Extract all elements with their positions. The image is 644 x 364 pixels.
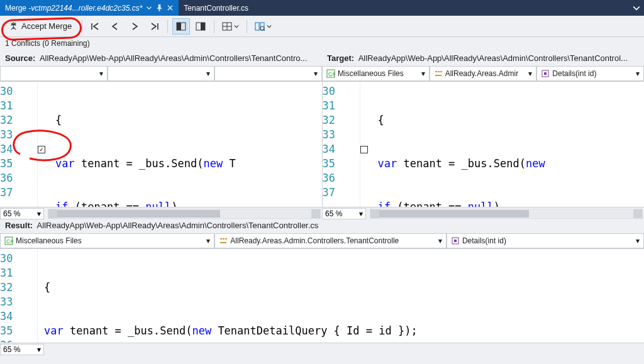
result-path: AllReadyApp\Web-App\AllReady\Areas\Admin… [37,221,319,230]
tab-label: TenantController.cs [184,4,248,13]
prev-conflict-button[interactable] [106,18,124,35]
last-conflict-button[interactable] [145,18,163,35]
accept-merge-label: Accept Merge [21,21,72,31]
compare-icon [255,22,265,31]
target-zoom-combo[interactable]: 65 %▾ [322,208,366,219]
layout-grid-button[interactable] [219,18,242,35]
target-hscrollbar[interactable] [370,209,643,219]
source-path: AllReadyApp\Web-App\AllReady\Areas\Admin… [40,53,307,63]
svg-rect-15 [454,240,457,242]
tab-tenantcontroller[interactable]: TenantController.cs [179,0,253,16]
source-namespace-dropdown[interactable]: ▾ [108,66,215,81]
toolbar-separator [82,19,82,33]
source-member-dropdown[interactable]: ▾ [214,66,322,81]
result-project-dropdown[interactable]: C#Miscellaneous Files▾ [0,233,214,248]
chevron-down-icon [267,24,272,29]
chevron-down-icon [234,24,239,29]
svg-rect-1 [177,23,181,30]
target-line-34-checkbox[interactable] [360,146,368,153]
target-pane: 30 31 32 33 34 35 36 37 { var tenant = _… [323,82,645,207]
tab-dropdown-icon[interactable] [146,5,152,11]
toolbar-separator [167,19,168,33]
svg-text:C#: C# [6,238,13,245]
conflict-status: 1 Conflicts (0 Remaining) [0,37,644,52]
source-gutter: 30 31 32 33 34 35 36 37 [0,82,38,207]
next-conflict-button[interactable] [126,18,143,35]
result-code[interactable]: { var tenant = _bus.Send(new TenantDetai… [38,249,644,343]
target-gutter: 30 31 32 33 34 35 36 37 [323,82,360,207]
source-target-headers: Source: AllReadyApp\Web-App\AllReady\Are… [0,52,644,66]
svg-text:C#: C# [328,71,335,77]
source-checkbox-col: ✓ [38,82,49,207]
arrow-first-icon [91,22,101,31]
first-conflict-button[interactable] [87,18,104,35]
source-pane: 30 31 32 33 34 35 36 37 ✓ { var tenant =… [0,82,323,207]
arrow-next-icon [130,22,139,31]
arrow-last-icon [149,22,159,31]
svg-rect-5 [255,23,259,30]
result-zoom-bar: 65 %▾ [0,343,644,355]
layout-grid-icon [222,22,232,31]
tab-filename: vctmp22144...roller.e4dc2c35.cs* [31,4,142,13]
layout-right-icon [196,22,206,31]
arrow-prev-icon [111,22,119,31]
toolbar-separator [247,19,247,33]
source-label: Source: [5,53,35,63]
result-dropdowns: C#Miscellaneous Files▾ AllReady.Areas.Ad… [0,233,644,248]
result-gutter: 30 31 32 33 34 35 36 [0,249,38,343]
source-target-dropdowns: ▾ ▾ ▾ C#Miscellaneous Files▾ AllReady.Ar… [0,66,644,81]
target-label: Target: [327,53,354,63]
target-project-dropdown[interactable]: C#Miscellaneous Files▾ [322,66,430,81]
tab-merge-active[interactable]: Merge - vctmp22144...roller.e4dc2c35.cs* [0,0,179,16]
svg-rect-3 [201,23,205,30]
target-code[interactable]: { var tenant = _bus.Send(new if (tenant … [372,82,645,207]
target-namespace-dropdown[interactable]: AllReady.Areas.Admir▾ [430,66,537,81]
close-icon[interactable] [167,4,174,11]
merge-arrow-icon [9,22,18,30]
result-namespace-dropdown[interactable]: AllReady.Areas.Admin.Controllers.TenantC… [214,233,447,248]
source-project-dropdown[interactable]: ▾ [0,66,108,81]
layout-right-button[interactable] [192,18,209,35]
layout-left-button[interactable] [172,18,190,35]
result-member-dropdown[interactable]: Details(int id)▾ [447,233,644,248]
source-header: Source: AllReadyApp\Web-App\AllReady\Are… [0,52,322,66]
result-zoom-combo[interactable]: 65 %▾ [0,344,44,355]
diff-panels: 30 31 32 33 34 35 36 37 ✓ { var tenant =… [0,81,644,207]
target-header: Target: AllReadyApp\Web-App\AllReady\Are… [322,52,644,66]
source-code[interactable]: { var tenant = _bus.Send(new T if (tenan… [49,82,322,207]
layout-left-icon [176,22,186,31]
tab-label: Merge - [5,4,31,13]
source-hscrollbar[interactable] [48,209,321,219]
svg-rect-11 [544,72,547,75]
source-zoom-combo[interactable]: 65 %▾ [0,208,44,219]
document-tabs: Merge - vctmp22144...roller.e4dc2c35.cs*… [0,0,644,16]
source-target-zoom-bar: 65 %▾ 65 %▾ [0,207,644,219]
target-path: AllReadyApp\Web-App\AllReady\Areas\Admin… [358,53,628,63]
toolbar-separator [214,19,214,33]
tab-overflow-dropdown-icon[interactable] [633,4,640,12]
result-pane: 30 31 32 33 34 35 36 { var tenant = _bus… [0,249,644,343]
merge-toolbar: Accept Merge [0,16,644,37]
target-checkbox-col [360,82,372,207]
result-panel: 30 31 32 33 34 35 36 { var tenant = _bus… [0,248,644,343]
compare-options-button[interactable] [252,18,275,35]
pin-icon[interactable] [156,4,163,11]
accept-merge-button[interactable]: Accept Merge [4,18,77,35]
source-line-34-checkbox[interactable]: ✓ [38,146,45,153]
result-label: Result: [5,221,33,230]
result-header: Result: AllReadyApp\Web-App\AllReady\Are… [0,219,644,233]
target-member-dropdown[interactable]: Details(int id)▾ [536,66,644,81]
